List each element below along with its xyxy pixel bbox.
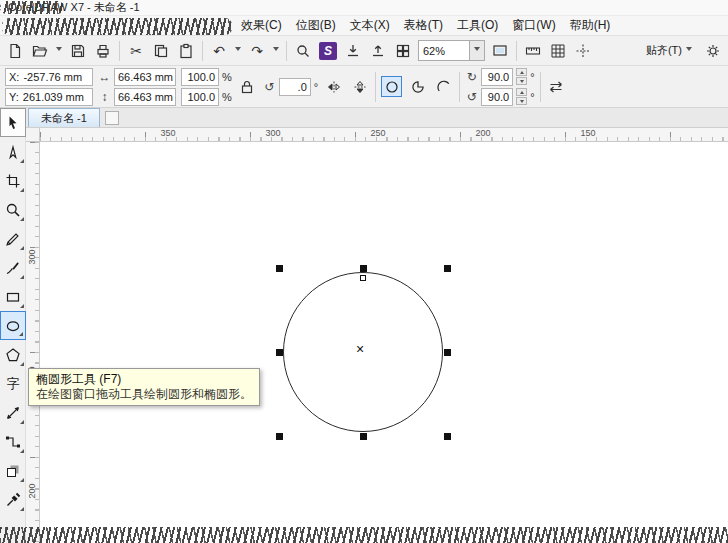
tool-polygon-button[interactable] — [0, 340, 26, 369]
ruler-label: 350 — [160, 128, 175, 138]
start-angle-spinner[interactable] — [516, 68, 527, 85]
end-angle-spinner[interactable] — [516, 88, 527, 105]
new-document-button[interactable] — [3, 39, 27, 63]
options-button[interactable] — [701, 39, 725, 63]
arc-angles-group: ↻ 90.0 ° ↺ 90.0 ° — [465, 68, 534, 106]
undo-button[interactable]: ↶ — [207, 39, 231, 63]
snap-dropdown-arrow-icon — [686, 47, 692, 54]
mirror-vertical-button[interactable] — [349, 76, 370, 97]
fullscreen-preview-button[interactable] — [488, 39, 512, 63]
ellipse-tool-icon — [5, 318, 21, 334]
tool-drop-shadow-button[interactable] — [0, 456, 26, 485]
selection-handle-top-right[interactable] — [444, 265, 451, 272]
scale-v-field[interactable]: 100.0 — [181, 88, 219, 106]
app-grid-button[interactable] — [391, 39, 415, 63]
selection-handle-middle-right[interactable] — [444, 349, 451, 356]
open-dropdown-arrow-icon[interactable] — [53, 39, 65, 63]
quick-customize-icon[interactable] — [105, 111, 119, 125]
drop-shadow-tool-icon — [5, 463, 21, 479]
tool-ellipse-button[interactable] — [0, 311, 26, 340]
tool-rectangle-button[interactable] — [0, 282, 26, 311]
end-angle-icon: ↺ — [465, 90, 478, 104]
arc-mode-icon — [436, 79, 452, 95]
pie-mode-button[interactable] — [407, 76, 428, 97]
selection-handle-bottom-right[interactable] — [444, 433, 451, 440]
menu-bitmaps[interactable]: 位图(B) — [289, 14, 343, 37]
object-x-field[interactable]: X: -257.76 mm — [5, 68, 93, 86]
object-height-field[interactable]: 66.463 mm — [114, 88, 176, 106]
zoom-dropdown-arrow-icon[interactable] — [470, 40, 485, 61]
zoom-level-combo[interactable]: 62% — [418, 40, 485, 61]
change-direction-button[interactable] — [546, 76, 567, 97]
freehand-tool-icon — [5, 231, 21, 247]
horizontal-ruler[interactable]: 350 300 250 200 150 — [40, 128, 728, 142]
eyedropper-tool-icon — [5, 492, 21, 508]
degree-label: ° — [530, 91, 534, 103]
copy-button[interactable] — [149, 39, 173, 63]
tool-zoom-button[interactable] — [0, 195, 26, 224]
drawing-canvas[interactable]: × — [40, 142, 728, 543]
object-width-field[interactable]: 66.463 mm — [114, 68, 176, 86]
ellipse-mode-icon — [384, 79, 400, 95]
open-document-button[interactable] — [28, 39, 52, 63]
document-tab[interactable]: 未命名 -1 — [28, 108, 100, 127]
menu-text[interactable]: 文本(X) — [343, 14, 397, 37]
show-rulers-button[interactable] — [521, 39, 545, 63]
tool-text-button[interactable]: 字 — [0, 369, 26, 398]
selection-handle-top-left[interactable] — [276, 265, 283, 272]
lock-ratio-button[interactable] — [237, 76, 258, 97]
tool-shape-button[interactable] — [0, 137, 26, 166]
width-icon: ↔ — [98, 70, 111, 84]
ruler-origin-corner[interactable] — [26, 128, 40, 142]
show-grid-button[interactable] — [546, 39, 570, 63]
menu-tools[interactable]: 工具(O) — [450, 14, 505, 37]
menu-help[interactable]: 帮助(H) — [563, 14, 618, 37]
ellipse-mode-button[interactable] — [381, 76, 402, 97]
cut-button[interactable]: ✂ — [124, 39, 148, 63]
ruler-label: 300 — [27, 242, 37, 272]
selection-handle-bottom-left[interactable] — [276, 433, 283, 440]
arc-mode-button[interactable] — [433, 76, 454, 97]
selection-handle-bottom-middle[interactable] — [360, 433, 367, 440]
selection-handle-middle-left[interactable] — [276, 349, 283, 356]
application-launcher-button[interactable]: S — [316, 39, 340, 63]
scale-h-field[interactable]: 100.0 — [181, 68, 219, 86]
toolbar-separator — [119, 41, 120, 61]
end-angle-field[interactable]: 90.0 — [481, 88, 513, 106]
import-button[interactable] — [341, 39, 365, 63]
print-button[interactable] — [91, 39, 115, 63]
redo-button[interactable]: ↷ — [245, 39, 269, 63]
tool-pick-button[interactable] — [0, 108, 26, 137]
ruler-label: 200 — [475, 128, 490, 138]
undo-dropdown-arrow-icon[interactable] — [232, 39, 244, 63]
tool-artistic-media-button[interactable] — [0, 253, 26, 282]
open-folder-icon — [32, 43, 48, 59]
menu-window[interactable]: 窗口(W) — [505, 14, 562, 37]
search-content-button[interactable] — [291, 39, 315, 63]
vertical-ruler[interactable]: 300 250 200 — [26, 142, 40, 543]
grid-icon — [550, 43, 566, 59]
object-y-field[interactable]: Y: 261.039 mm — [5, 88, 93, 106]
propbar-separator — [459, 72, 460, 102]
copy-icon — [153, 43, 169, 59]
tool-freehand-button[interactable] — [0, 224, 26, 253]
save-button[interactable] — [66, 39, 90, 63]
tool-connector-button[interactable] — [0, 427, 26, 456]
export-button[interactable] — [366, 39, 390, 63]
menu-table[interactable]: 表格(T) — [397, 14, 450, 37]
paste-button[interactable] — [174, 39, 198, 63]
rotation-angle-field[interactable]: .0 — [279, 78, 311, 96]
mirror-horizontal-button[interactable] — [323, 76, 344, 97]
start-angle-field[interactable]: 90.0 — [481, 68, 513, 86]
ellipse-node[interactable] — [360, 275, 366, 281]
zoom-level-value[interactable]: 62% — [418, 40, 470, 61]
tool-crop-button[interactable] — [0, 166, 26, 195]
show-guidelines-button[interactable] — [571, 39, 595, 63]
tool-eyedropper-button[interactable] — [0, 485, 26, 514]
snap-to-button[interactable]: 贴齐(T) — [638, 39, 700, 62]
tool-dimension-button[interactable] — [0, 398, 26, 427]
menu-effects[interactable]: 效果(C) — [234, 14, 289, 37]
y-label: Y: — [9, 91, 19, 103]
redo-dropdown-arrow-icon[interactable] — [270, 39, 282, 63]
selection-handle-top-middle[interactable] — [360, 265, 367, 272]
